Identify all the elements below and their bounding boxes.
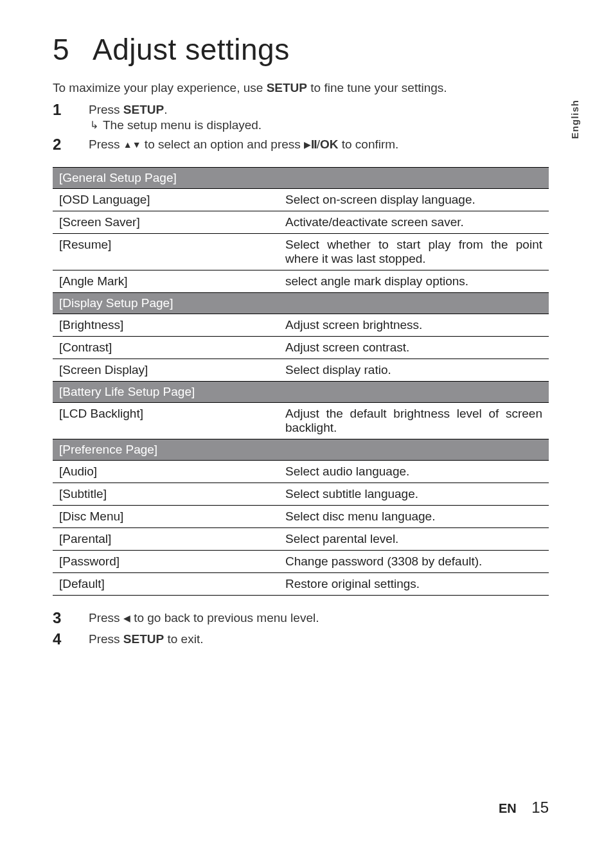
language-tab: English (569, 100, 580, 139)
section-header-preference: [Preference Page] (53, 439, 549, 461)
table-row: [OSD Language]Select on-screen display l… (53, 189, 549, 211)
result-arrow-icon: ↳ (89, 118, 103, 132)
table-row: [Subtitle]Select subtitle language. (53, 483, 549, 506)
play-triangle-icon: ▶ (304, 139, 311, 150)
page-content: 5Adjust settings To maximize your play e… (0, 0, 613, 648)
step-3: 3 Press ◀ to go back to previous menu le… (53, 610, 549, 626)
table-row: [Parental]Select parental level. (53, 528, 549, 551)
section-header-display: [Display Setup Page] (53, 293, 549, 314)
table-row: [Disc Menu]Select disc menu language. (53, 506, 549, 528)
section-header-general: [General Setup Page] (53, 168, 549, 189)
footer-lang: EN (499, 801, 517, 815)
table-row: [Screen Saver]Activate/deactivate screen… (53, 211, 549, 234)
table-row: [Screen Display]Select display ratio. (53, 359, 549, 382)
table-row: [LCD Backlight]Adjust the default bright… (53, 403, 549, 439)
down-triangle-icon: ▼ (132, 139, 141, 150)
up-triangle-icon: ▲ (123, 139, 132, 150)
table-row: [Password]Change password (3308 by defau… (53, 551, 549, 573)
left-triangle-icon: ◀ (123, 613, 130, 623)
chapter-number: 5 (53, 32, 93, 67)
table-row: [Brightness]Adjust screen brightness. (53, 314, 549, 337)
table-row: [Resume]Select whether to start play fro… (53, 234, 549, 270)
step-number: 4 (53, 631, 89, 648)
section-header-battery: [Battery Life Setup Page] (53, 382, 549, 403)
pause-icon: II (311, 137, 317, 151)
chapter-title: Adjust settings (93, 33, 290, 66)
table-row: [Audio]Select audio language. (53, 461, 549, 483)
step-4: 4 Press SETUP to exit. (53, 631, 549, 648)
chapter-heading: 5Adjust settings (53, 32, 549, 67)
table-row: [Default]Restore original settings. (53, 573, 549, 596)
step-result: The setup menu is displayed. (103, 118, 262, 132)
table-row: [Angle Mark]select angle mark display op… (53, 270, 549, 293)
step-2: 2 Press ▲▼ to select an option and press… (53, 136, 549, 153)
step-number: 3 (53, 610, 89, 626)
intro-text: To maximize your play experience, use SE… (53, 81, 549, 95)
step-1: 1 Press SETUP. ↳ The setup menu is displ… (53, 102, 549, 132)
step-number: 2 (53, 136, 89, 153)
footer-page-number: 15 (531, 799, 549, 816)
table-row: [Contrast]Adjust screen contrast. (53, 337, 549, 359)
step-number: 1 (53, 102, 89, 118)
settings-table: [General Setup Page] [OSD Language]Selec… (53, 167, 549, 596)
page-footer: EN 15 (499, 799, 549, 817)
